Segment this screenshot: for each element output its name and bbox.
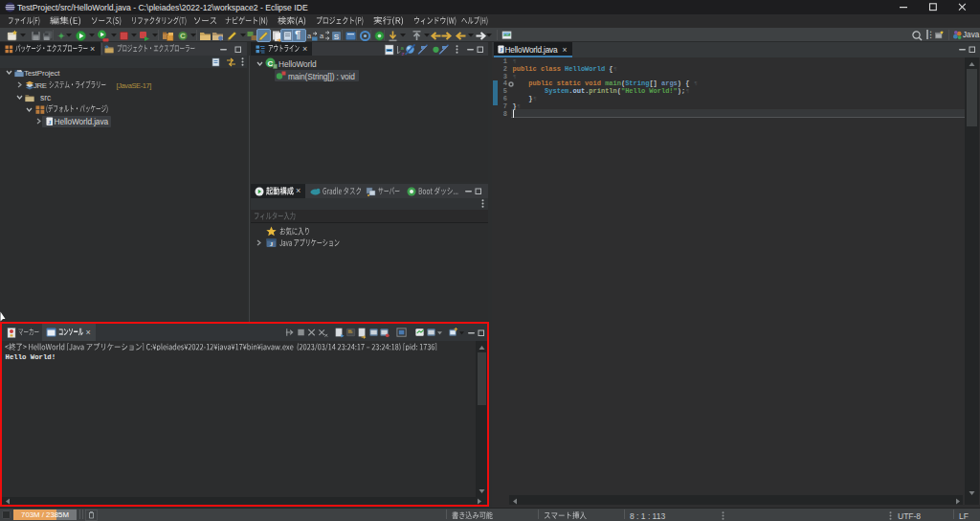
- svg-text:a: a: [307, 32, 312, 40]
- svg-text:C: C: [268, 59, 274, 68]
- svg-text:a: a: [320, 32, 324, 40]
- svg-text:C: C: [180, 32, 186, 40]
- svg-text:J: J: [270, 240, 274, 248]
- svg-text:J: J: [48, 118, 52, 125]
- svg-text:S: S: [334, 32, 339, 40]
